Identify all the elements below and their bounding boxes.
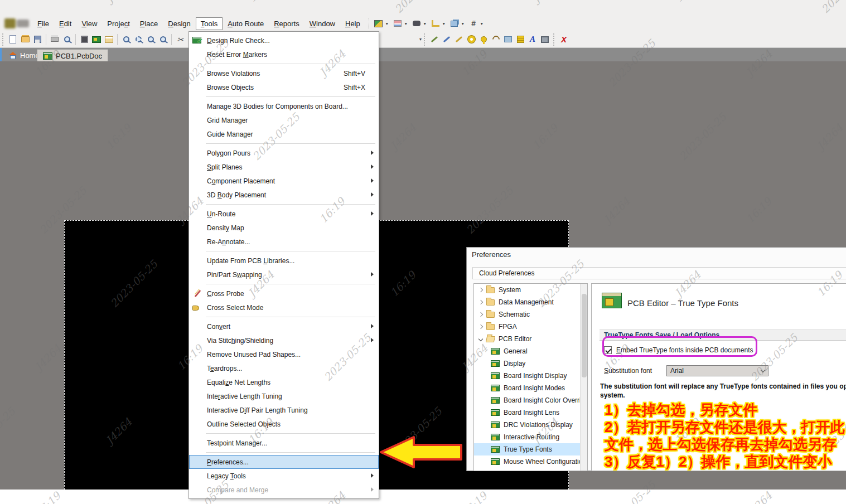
layer-combo-dropdown[interactable]: ▾ [419, 37, 422, 42]
chevron-right-icon[interactable] [478, 312, 483, 317]
menu-item-design-rule-check[interactable]: Design Rule Check... [189, 33, 379, 47]
chevron-right-icon[interactable] [478, 288, 483, 292]
menubar-item-view[interactable]: View [76, 17, 102, 30]
measure-tool-button[interactable]: ▾ [373, 18, 388, 29]
menu-item-remove-unused-pad-shapes[interactable]: Remove Unused Pad Shapes... [189, 347, 379, 361]
view-3d-button[interactable] [79, 34, 90, 45]
menubar-item-project[interactable]: Project [102, 17, 134, 30]
tree-item-true-type-fonts[interactable]: True Type Fonts [474, 443, 587, 455]
menu-item-preferences[interactable]: Preferences... [189, 455, 379, 469]
place-string-button[interactable]: A [527, 34, 538, 45]
menu-item-grid-manager[interactable]: Grid Manager [189, 113, 379, 127]
zoom-window-button[interactable] [120, 34, 132, 45]
tree-scrollbar-thumb[interactable] [582, 294, 587, 377]
menu-item-component-placement[interactable]: Component Placement [189, 174, 379, 188]
keepout-button[interactable]: X [558, 34, 569, 45]
menu-item-compare-and-merge[interactable]: Compare and Merge [189, 483, 379, 497]
menu-item-browse-objects[interactable]: Browse ObjectsShift+X [189, 80, 379, 94]
chevron-down-icon[interactable]: ▾ [443, 21, 445, 26]
menu-item-teardrops[interactable]: Teardrops... [189, 361, 379, 375]
menubar-item-help[interactable]: Help [340, 17, 365, 30]
menu-item-re-annotate[interactable]: Re-Annotate... [189, 235, 379, 249]
panels-button[interactable] [103, 34, 114, 45]
menu-item-browse-violations[interactable]: Browse ViolationsShift+V [189, 66, 379, 80]
open-document-button[interactable] [20, 34, 31, 45]
dimension-tool-button[interactable]: ▾ [429, 18, 445, 29]
embed-fonts-checkbox-row[interactable]: Embed TrueType fonts inside PCB document… [604, 346, 753, 354]
menubar-item-edit[interactable]: Edit [54, 17, 76, 30]
room-tool-button[interactable]: ▾ [448, 18, 464, 29]
route-button[interactable] [429, 34, 440, 45]
zoom-filter-button[interactable] [157, 34, 168, 45]
tree-item-fpga[interactable]: FPGA [474, 321, 587, 333]
menu-item-cross-select-mode[interactable]: Cross Select Mode [189, 301, 379, 314]
menubar-item-window[interactable]: Window [304, 17, 340, 30]
menu-item-cross-probe[interactable]: Cross Probe [189, 287, 379, 301]
menu-item-outline-selected-objects[interactable]: Outline Selected Objects [189, 417, 379, 431]
menu-item-3d-body-placement[interactable]: 3D Body Placement [189, 188, 379, 202]
menubar-item-reports[interactable]: Reports [269, 17, 304, 30]
place-pad-button[interactable] [466, 34, 477, 45]
place-via-button[interactable] [478, 34, 489, 45]
new-document-button[interactable] [7, 34, 18, 45]
tree-item-board-insight-modes[interactable]: Board Insight Modes [474, 382, 587, 394]
tree-item-data-management[interactable]: Data Management [474, 296, 587, 308]
menu-item-convert[interactable]: Convert [189, 319, 379, 333]
place-component-button[interactable] [539, 34, 550, 45]
menubar-item-auto-route[interactable]: Auto Route [223, 17, 269, 30]
substitution-font-select[interactable]: Arial [666, 365, 768, 376]
chevron-down-icon[interactable]: ▾ [405, 21, 407, 26]
menu-item-via-stitching-shielding[interactable]: Via Stitching/Shielding [189, 333, 379, 347]
chevron-down-icon[interactable]: ▾ [462, 21, 464, 26]
toolbar-drag-handle[interactable] [2, 33, 4, 46]
chevron-down-icon[interactable]: ▾ [424, 21, 426, 26]
place-arc-button[interactable] [490, 34, 501, 45]
place-fill-button[interactable] [502, 34, 514, 45]
print-button[interactable] [49, 34, 60, 45]
tree-item-board-insight-lens[interactable]: Board Insight Lens [474, 406, 587, 419]
tree-item-schematic[interactable]: Schematic [474, 308, 587, 321]
chevron-down-icon[interactable] [478, 337, 483, 341]
menu-item-equalize-net-lengths[interactable]: Equalize Net Lengths [189, 375, 379, 389]
zoom-in-button[interactable] [145, 34, 156, 45]
cut-button[interactable]: ✂ [175, 34, 186, 45]
board-view-button[interactable] [91, 34, 102, 45]
tree-item-system[interactable]: System [474, 284, 587, 296]
menu-item-interactive-length-tuning[interactable]: Interactive Length Tuning [189, 389, 379, 403]
menu-item-un-route[interactable]: Un-Route [189, 207, 379, 221]
print-preview-button[interactable] [61, 34, 72, 45]
tree-item-drc-violations-display[interactable]: DRC Violations Display [474, 419, 587, 431]
menu-item-pin-part-swapping[interactable]: Pin/Part Swapping [189, 268, 379, 282]
menu-item-interactive-diff-pair-length-tuning[interactable]: Interactive Diff Pair Length Tuning [189, 403, 379, 417]
tab-pcb1-pcbdoc[interactable]: PCB1.PcbDoc [37, 49, 108, 62]
menu-item-legacy-tools[interactable]: Legacy Tools [189, 469, 379, 483]
menubar-item-design[interactable]: Design [163, 17, 195, 30]
menu-item-manage-3d-bodies-for-components-on-board[interactable]: Manage 3D Bodies for Components on Board… [189, 99, 379, 113]
menu-item-density-map[interactable]: Density Map [189, 221, 379, 235]
tree-item-mouse-wheel-configuration[interactable]: Mouse Wheel Configuration [474, 455, 587, 468]
grid-tool-button[interactable]: #▾ [467, 18, 483, 29]
align-tool-button[interactable]: ▾ [391, 18, 407, 29]
menu-item-testpoint-manager[interactable]: Testpoint Manager... [189, 436, 379, 450]
menubar-item-file[interactable]: File [32, 17, 54, 30]
tree-item-board-insight-display[interactable]: Board Insight Display [474, 370, 587, 382]
tree-item-interactive-routing[interactable]: Interactive Routing [474, 431, 587, 443]
chevron-right-icon[interactable] [478, 300, 483, 304]
chevron-right-icon[interactable] [478, 324, 483, 329]
menubar-item-tools[interactable]: Tools [196, 17, 223, 30]
menu-item-guide-manager[interactable]: Guide Manager [189, 127, 379, 141]
chevron-down-icon[interactable]: ▾ [386, 21, 388, 26]
embed-fonts-checkbox[interactable] [604, 346, 612, 354]
save-button[interactable] [32, 34, 43, 45]
tree-scrollbar[interactable] [580, 284, 587, 471]
tree-item-pcb-editor[interactable]: PCB Editor [474, 333, 587, 345]
tree-item-general[interactable]: General [474, 345, 587, 357]
menu-item-polygon-pours[interactable]: Polygon Pours [189, 146, 379, 160]
menu-item-update-from-pcb-libraries[interactable]: Update From PCB Libraries... [189, 254, 379, 268]
cloud-preferences-bar[interactable]: Cloud Preferences [472, 267, 846, 279]
menubar-item-place[interactable]: Place [135, 17, 163, 30]
menu-item-reset-error-markers[interactable]: Reset Error Markers [189, 47, 379, 61]
diff-pair-route-button[interactable] [453, 34, 465, 45]
place-polygon-button[interactable] [515, 34, 526, 45]
interactive-route-button[interactable] [441, 34, 452, 45]
